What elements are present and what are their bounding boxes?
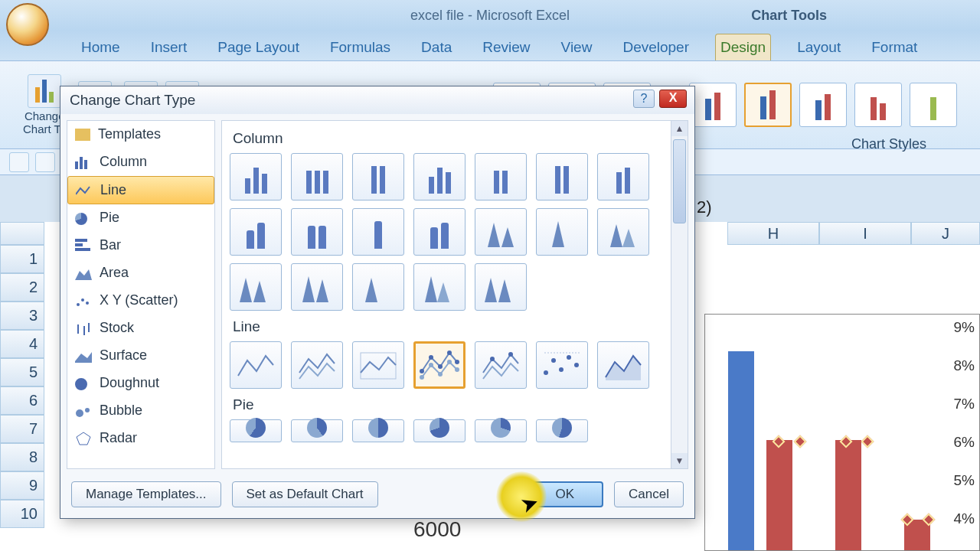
category-templates[interactable]: Templates: [67, 121, 214, 148]
category-surface[interactable]: Surface: [67, 342, 214, 370]
row-header[interactable]: 2: [0, 273, 44, 302]
tab-data[interactable]: Data: [416, 34, 456, 60]
style-thumb-selected[interactable]: [744, 83, 792, 127]
chart-subtype-thumb[interactable]: [536, 153, 588, 201]
chart-subtype-thumb[interactable]: [230, 153, 282, 201]
svg-marker-18: [302, 276, 315, 302]
chart-subtype-thumb[interactable]: [291, 341, 343, 389]
area-chart-icon: [75, 266, 92, 280]
tab-insert[interactable]: Insert: [146, 34, 192, 60]
tab-home[interactable]: Home: [77, 34, 125, 60]
category-area[interactable]: Area: [67, 259, 214, 287]
style-thumb[interactable]: [910, 83, 957, 127]
category-line[interactable]: Line: [67, 176, 214, 204]
title-bar: excel file - Microsoft Excel Chart Tools: [0, 0, 980, 31]
col-header[interactable]: I: [819, 222, 911, 245]
chart-subtype-thumb[interactable]: [230, 341, 282, 389]
undo-icon[interactable]: [35, 152, 55, 172]
tab-layout[interactable]: Layout: [792, 34, 845, 60]
section-pie: Pie: [233, 396, 666, 413]
chart-subtype-thumb[interactable]: [352, 263, 404, 311]
chart-subtype-thumb[interactable]: [536, 419, 588, 442]
chart-subtype-thumb[interactable]: [291, 153, 343, 201]
category-radar[interactable]: Radar: [67, 425, 214, 452]
category-stock[interactable]: Stock: [67, 315, 214, 342]
embedded-chart[interactable]: 9% 8% 7% 6% 5% 4%: [704, 314, 980, 551]
category-column[interactable]: Column: [67, 148, 214, 176]
category-bubble[interactable]: Bubble: [67, 397, 214, 425]
category-doughnut[interactable]: Doughnut: [67, 370, 214, 397]
tab-formulas[interactable]: Formulas: [325, 34, 395, 60]
scroll-down-icon[interactable]: ▼: [671, 453, 688, 468]
col-header[interactable]: J: [911, 222, 980, 245]
chart-subtype-thumb[interactable]: [291, 419, 343, 442]
chart-styles-gallery[interactable]: [689, 83, 957, 127]
svg-marker-20: [365, 278, 377, 302]
manage-templates-button[interactable]: Manage Templates...: [71, 481, 221, 507]
tab-page-layout[interactable]: Page Layout: [213, 34, 304, 60]
style-thumb[interactable]: [799, 83, 847, 127]
help-icon[interactable]: ?: [633, 90, 655, 108]
close-icon[interactable]: X: [659, 90, 687, 108]
chart-subtype-thumb[interactable]: [352, 419, 404, 442]
chart-subtype-thumb[interactable]: [230, 208, 282, 256]
category-bar[interactable]: Bar: [67, 232, 214, 259]
tab-view[interactable]: View: [557, 34, 597, 60]
ok-button[interactable]: OK: [527, 481, 604, 507]
chart-subtype-thumb[interactable]: [475, 419, 527, 442]
style-thumb[interactable]: [854, 83, 902, 127]
col-header[interactable]: H: [727, 222, 819, 245]
chart-subtype-thumb[interactable]: [352, 153, 404, 201]
tab-format[interactable]: Format: [867, 34, 922, 60]
chart-subtype-thumb[interactable]: [597, 208, 649, 256]
chart-subtype-thumb[interactable]: [230, 263, 282, 311]
chart-subtype-thumb[interactable]: [536, 341, 588, 389]
svg-marker-24: [498, 279, 511, 302]
tab-review[interactable]: Review: [478, 34, 534, 60]
select-all-corner[interactable]: [0, 222, 44, 245]
dialog-title: Change Chart Type: [70, 92, 195, 109]
gallery-scrollbar[interactable]: ▲ ▼: [671, 121, 688, 468]
chart-subtype-thumb[interactable]: [475, 208, 527, 256]
svg-point-38: [544, 370, 548, 375]
chart-subtype-thumb[interactable]: [475, 263, 527, 311]
row-header[interactable]: 8: [0, 443, 44, 471]
chart-subtype-thumb[interactable]: [536, 208, 588, 256]
chart-subtype-thumb[interactable]: [413, 153, 466, 201]
category-scatter[interactable]: X Y (Scatter): [67, 287, 214, 315]
row-header[interactable]: 6: [0, 386, 44, 415]
set-default-chart-button[interactable]: Set as Default Chart: [232, 481, 378, 507]
chart-subtype-thumb[interactable]: [352, 341, 404, 389]
save-icon[interactable]: [9, 152, 29, 172]
cancel-button[interactable]: Cancel: [614, 481, 684, 507]
tab-design[interactable]: Design: [715, 34, 771, 60]
chart-subtype-thumb[interactable]: [475, 341, 527, 389]
row-header[interactable]: 5: [0, 358, 44, 386]
chart-subtype-thumb[interactable]: [597, 153, 649, 201]
chart-subtype-thumb[interactable]: [230, 419, 282, 442]
category-pie[interactable]: Pie: [67, 204, 214, 232]
chart-subtype-thumb[interactable]: [413, 419, 466, 442]
svg-point-36: [490, 357, 495, 361]
row-header[interactable]: 1: [0, 245, 44, 273]
tab-developer[interactable]: Developer: [618, 34, 694, 60]
chart-subtype-thumb[interactable]: [413, 208, 466, 256]
row-header[interactable]: 7: [0, 415, 44, 443]
scroll-handle[interactable]: [673, 139, 686, 223]
chart-subtype-thumb[interactable]: [291, 263, 343, 311]
row-header[interactable]: 10: [0, 500, 44, 528]
row-header[interactable]: 3: [0, 302, 44, 330]
office-button[interactable]: [6, 3, 49, 46]
chart-subtype-thumb[interactable]: [291, 208, 343, 256]
chart-subtype-thumb[interactable]: [475, 153, 527, 201]
style-thumb[interactable]: [689, 83, 737, 127]
chart-subtype-thumb-selected[interactable]: [413, 341, 466, 389]
chart-subtype-thumb[interactable]: [597, 341, 649, 389]
scroll-up-icon[interactable]: ▲: [671, 121, 688, 136]
chart-subtype-thumb[interactable]: [413, 263, 466, 311]
row-header[interactable]: 4: [0, 330, 44, 358]
chart-subtype-thumb[interactable]: [352, 208, 404, 256]
row-header[interactable]: 9: [0, 471, 44, 500]
category-label: Bubble: [100, 403, 142, 419]
dialog-titlebar[interactable]: Change Chart Type ? X: [60, 86, 694, 114]
